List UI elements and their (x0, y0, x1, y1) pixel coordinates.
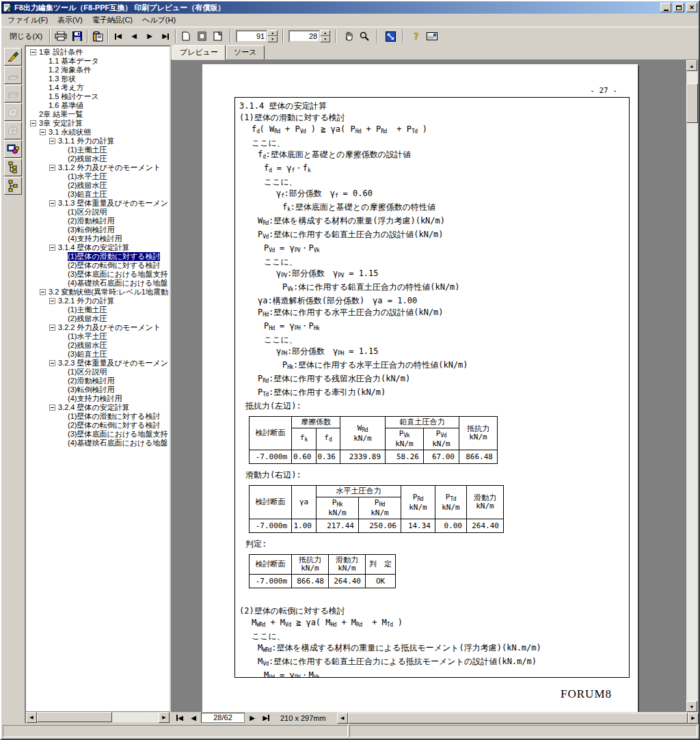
tree-item[interactable]: 1.6 基準値 (27, 101, 170, 110)
tree-item[interactable]: (2)壁体の転倒に対する検討 (27, 421, 170, 430)
tree-item[interactable]: (4)支持力検討用 (27, 394, 170, 403)
tree-item-label[interactable]: 3.1.4 壁体の安定計算 (58, 243, 130, 252)
tree-item[interactable]: (1)水平土圧 (27, 332, 170, 341)
tree-item-label[interactable]: (2)残留水圧 (68, 341, 107, 350)
tree-expand-button[interactable] (4, 159, 22, 176)
zoom-tool-button[interactable] (357, 29, 372, 44)
minimize-button[interactable] (660, 3, 671, 12)
page-up-button[interactable]: ▲ (320, 30, 330, 36)
tree-item-label[interactable]: (3)転倒検討用 (68, 225, 114, 234)
tree-item[interactable]: (3)鉛直土圧 (27, 350, 170, 359)
tree-item-label[interactable]: 3.1.1 外力の計算 (58, 137, 115, 146)
tree-item-label[interactable]: 3.1.3 壁体重量及びそのモーメン (58, 199, 168, 208)
tree-expand-icon[interactable] (49, 245, 55, 251)
tree-expand-icon[interactable] (49, 165, 55, 171)
tree-item[interactable]: 2章 結果一覧 (27, 110, 170, 119)
tree-item[interactable]: (1)壁体の滑動に対する検討 (27, 252, 170, 261)
next-page-button[interactable]: ▶ (142, 29, 157, 44)
tree-item-label[interactable]: (4)基礎捨石底面における地盤 (68, 439, 167, 448)
tree-expand-icon[interactable] (49, 298, 55, 304)
help-button[interactable]: ? (409, 29, 424, 44)
scroll-right-icon[interactable]: ▶ (688, 713, 699, 724)
tree-item[interactable]: 3.1.2 外力及びそのモーメント (27, 163, 170, 172)
prev-page-button[interactable]: ◀ (126, 29, 142, 44)
print-button[interactable] (53, 29, 69, 44)
page-facing-button[interactable] (194, 29, 209, 44)
save-button[interactable] (70, 29, 85, 44)
tree-item[interactable]: 3.2.4 壁体の安定計算 (27, 403, 170, 412)
tree-item-label[interactable]: (1)区分説明 (68, 208, 107, 217)
tree-item-label[interactable]: (1)区分説明 (68, 368, 107, 376)
tree-item[interactable]: 1.5 検討ケース (27, 92, 170, 101)
page-indicator[interactable]: 28/62 (201, 713, 245, 723)
tree-item-label[interactable]: 3.2.2 外力及びそのモーメント (58, 323, 161, 332)
tree-item-label[interactable]: 3章 安定計算 (39, 119, 83, 128)
tree-item-label[interactable]: 3.1 永続状態 (49, 128, 91, 137)
page-single-button[interactable] (178, 29, 193, 44)
tree-item-label[interactable]: (1)壁体の滑動に対する検討 (68, 412, 160, 421)
tree-item[interactable]: (2)残留水圧 (27, 154, 170, 163)
tree-item-label[interactable]: (1)主働土圧 (68, 305, 107, 314)
tree-horizontal-scrollbar[interactable]: ◀ ▶ (26, 711, 170, 722)
tree-expand-icon[interactable] (49, 200, 55, 206)
tree-item-label[interactable]: 3.2.1 外力の計算 (58, 297, 115, 305)
tree-item-label[interactable]: (3)転倒検討用 (68, 385, 114, 394)
tree-item-label[interactable]: (3)壁体底面における地盤支持 (68, 430, 167, 439)
tree-item[interactable]: (1)区分説明 (27, 208, 170, 217)
tree-item-label[interactable]: 1.4 考え方 (49, 83, 84, 92)
tree-item[interactable]: 3.2.1 外力の計算 (27, 297, 170, 305)
tree-item[interactable]: 1章 設計条件 (27, 48, 170, 57)
tree-collapse-button[interactable] (4, 177, 22, 195)
tree-item-label[interactable]: (2)壁体の転倒に対する検討 (68, 421, 160, 430)
tree-item[interactable]: (1)水平土圧 (27, 172, 170, 181)
tree-item[interactable]: (4)基礎捨石底面における地盤 (27, 279, 170, 288)
tree-item[interactable]: 3.1 永続状態 (27, 128, 170, 137)
tree-item-label[interactable]: 1.3 形状 (49, 74, 76, 83)
scroll-left-icon[interactable]: ◀ (26, 712, 37, 723)
tree-item-label[interactable]: 3.2.4 壁体の安定計算 (58, 403, 130, 412)
tab-preview[interactable]: プレビュー (172, 45, 226, 60)
tree-item-label[interactable]: (2)滑動検討用 (68, 376, 114, 385)
tree-item[interactable]: (2)残留水圧 (27, 314, 170, 323)
tree-item[interactable]: (2)滑動検討用 (27, 217, 170, 225)
tree-item-label[interactable]: 3.2 変動状態(異常時:レベル1地震動 (49, 288, 168, 297)
tree-item[interactable]: 3.2.3 壁体重量及びそのモーメン (27, 359, 170, 368)
page-down-button[interactable]: ▼ (320, 36, 330, 42)
tree-item[interactable]: (3)転倒検討用 (27, 225, 170, 234)
tree-item-label[interactable]: (1)主働土圧 (68, 146, 107, 154)
tree-expand-icon[interactable] (49, 360, 55, 366)
close-button[interactable]: ✕ (686, 3, 697, 12)
tree-expand-icon[interactable] (49, 405, 55, 411)
tree-item[interactable]: 3章 安定計算 (27, 119, 170, 128)
last-page-button[interactable]: ▶ (158, 29, 173, 44)
tree-item[interactable]: (1)区分説明 (27, 368, 170, 376)
page-layout-button[interactable] (210, 29, 225, 44)
tree-item[interactable]: 1.3 形状 (27, 74, 170, 83)
tree-item-label[interactable]: 1.6 基準値 (49, 101, 83, 110)
zoom-up-button[interactable]: ▲ (267, 30, 278, 36)
tree-item-label[interactable]: (2)残留水圧 (68, 181, 107, 190)
print-settings-button[interactable] (4, 140, 22, 158)
tree-item[interactable]: 3.1.1 外力の計算 (27, 137, 170, 146)
edit-brush-button[interactable] (4, 48, 22, 66)
tree-item-label[interactable]: (3)鉛直土圧 (68, 190, 107, 199)
tree-item[interactable]: 3.1.4 壁体の安定計算 (27, 243, 170, 252)
tree-item-label[interactable]: 1.5 検討ケース (49, 92, 99, 101)
tree-item[interactable]: 1.1 基本データ (27, 57, 170, 66)
tree-item[interactable]: 3.2.2 外力及びそのモーメント (27, 323, 170, 332)
pan-button[interactable] (341, 29, 356, 44)
tree-item[interactable]: (2)滑動検討用 (27, 376, 170, 385)
tab-source[interactable]: ソース (226, 45, 265, 59)
close-preview-button[interactable]: 閉じる(X) (5, 29, 47, 44)
nav-first-button[interactable]: ◀ (174, 713, 186, 723)
tree-item[interactable]: (3)壁体底面における地盤支持 (27, 430, 170, 439)
tree-item[interactable]: 1.4 考え方 (27, 83, 170, 92)
tree-item-label[interactable]: (1)壁体の滑動に対する検討 (68, 252, 160, 261)
scroll-right-icon[interactable]: ▶ (159, 712, 170, 723)
tree-item-label[interactable]: (1)水平土圧 (68, 172, 107, 181)
tree-item[interactable]: (2)壁体の転倒に対する検討 (27, 261, 170, 270)
zoom-input[interactable] (236, 30, 267, 42)
tree-expand-icon[interactable] (30, 49, 36, 55)
tree-item[interactable]: (2)残留水圧 (27, 181, 170, 190)
menu-help[interactable]: ヘルプ(H) (137, 14, 180, 27)
